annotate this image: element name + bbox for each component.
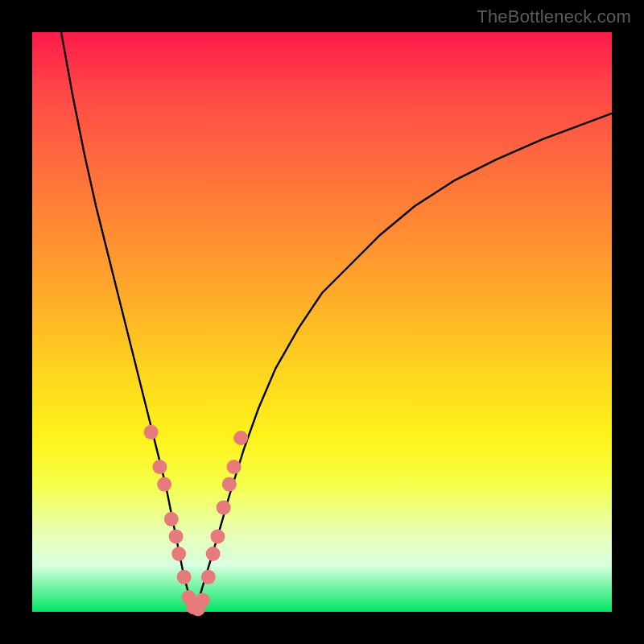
- sample-dot: [144, 425, 159, 440]
- sample-dots: [144, 425, 249, 617]
- sample-dot: [206, 547, 221, 561]
- chart-frame: TheBottleneck.com: [0, 0, 644, 644]
- sample-dot: [169, 529, 184, 543]
- sample-dot: [233, 431, 248, 445]
- sample-dot: [201, 570, 216, 584]
- watermark-label: TheBottleneck.com: [477, 6, 631, 27]
- sample-dot: [196, 593, 210, 608]
- sample-dot: [164, 512, 179, 526]
- sample-dot: [222, 477, 237, 492]
- sample-dot: [227, 460, 242, 474]
- sample-dot: [157, 477, 171, 492]
- sample-dot: [177, 570, 192, 584]
- sample-dot: [210, 529, 225, 543]
- sample-dot: [217, 500, 231, 514]
- sample-dot: [152, 460, 167, 474]
- chart-svg: [32, 32, 612, 612]
- curve-right: [193, 114, 612, 612]
- sample-dot: [171, 547, 186, 561]
- chart-plot-area: [32, 32, 612, 612]
